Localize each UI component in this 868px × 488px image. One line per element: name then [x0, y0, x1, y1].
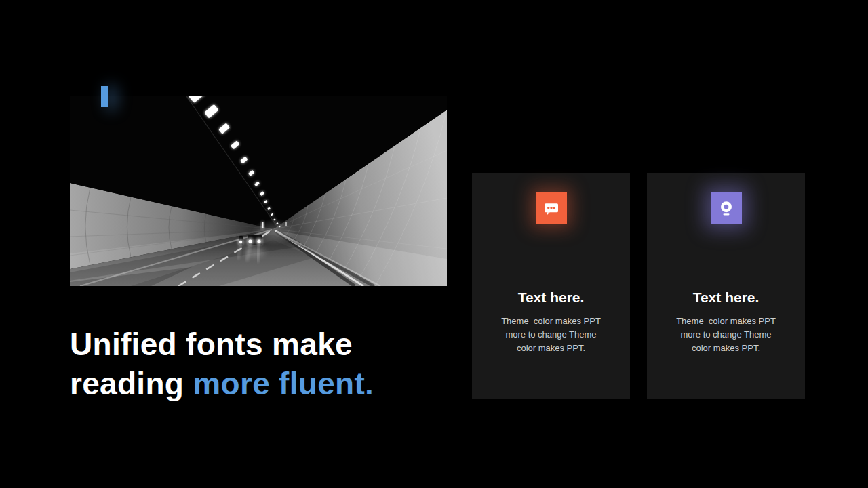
slide-heading: Unified fonts make reading more fluent. [70, 325, 450, 403]
card-body: Theme color makes PPT more to change The… [676, 314, 776, 355]
card-webcam: Text here. Theme color makes PPT more to… [647, 173, 805, 399]
chat-bubble-icon [541, 198, 561, 218]
heading-line1-text: Unified fonts make [70, 327, 353, 362]
card-chat: Text here. Theme color makes PPT more to… [472, 173, 630, 399]
card-body-line: Theme color makes PPT [501, 314, 601, 328]
heading-line2-white: reading [70, 366, 193, 401]
card-body: Theme color makes PPT more to change The… [501, 314, 601, 355]
tunnel-photo [70, 96, 447, 286]
card-title: Text here. [518, 289, 585, 306]
heading-line2: reading more fluent. [70, 364, 450, 403]
card-body-line: more to change Theme [501, 328, 601, 342]
card-title: Text here. [693, 289, 760, 306]
slide: Unified fonts make reading more fluent. … [0, 0, 868, 488]
heading-line2-accent: more fluent. [193, 366, 374, 401]
accent-bar [101, 86, 108, 107]
card-body-line: color makes PPT. [501, 342, 601, 355]
card-body-line: more to change Theme [676, 328, 776, 342]
tunnel-photo-illustration [70, 96, 447, 286]
card-body-line: color makes PPT. [676, 342, 776, 355]
heading-line1: Unified fonts make [70, 325, 450, 364]
chat-icon-box [536, 192, 567, 224]
card-body-line: Theme color makes PPT [676, 314, 776, 328]
webcam-icon-box [711, 192, 742, 224]
webcam-icon [716, 198, 736, 218]
